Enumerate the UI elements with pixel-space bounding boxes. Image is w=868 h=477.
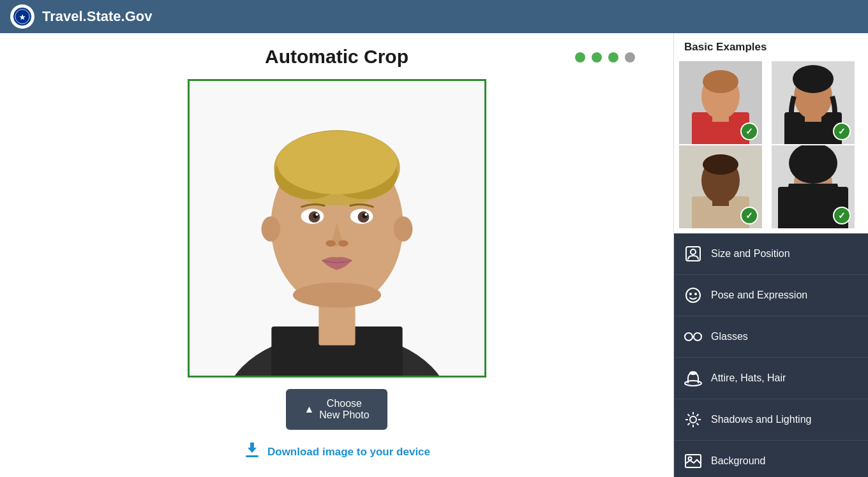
svg-point-23 xyxy=(326,240,336,247)
example-check-1 xyxy=(740,122,758,140)
example-photo-3[interactable] xyxy=(679,145,762,228)
sidebar: Basic Examples xyxy=(673,33,868,477)
download-icon xyxy=(243,441,261,462)
svg-rect-26 xyxy=(246,455,258,457)
svg-point-54 xyxy=(685,381,701,386)
svg-point-66 xyxy=(689,457,692,460)
menu-label-shadows: Shadows and Lighting xyxy=(711,414,811,425)
svg-line-64 xyxy=(688,423,690,425)
header: ★ Travel.State.Gov xyxy=(0,0,868,33)
menu-item-background[interactable]: Background xyxy=(674,441,868,477)
examples-section-title: Basic Examples xyxy=(674,33,868,59)
examples-grid xyxy=(674,59,868,233)
example-check-3 xyxy=(740,207,758,224)
menu-label-pose-expression: Pose and Expression xyxy=(711,290,807,301)
main-layout: Automatic Crop xyxy=(0,33,868,477)
svg-point-24 xyxy=(338,240,348,247)
menu-label-size-position: Size and Position xyxy=(711,248,790,260)
menu-item-pose-expression[interactable]: Pose and Expression xyxy=(674,275,868,316)
menu-item-size-position[interactable]: Size and Position xyxy=(674,233,868,275)
example-photo-2[interactable] xyxy=(772,61,855,144)
svg-point-14 xyxy=(393,216,412,241)
menu-item-shadows[interactable]: Shadows and Lighting xyxy=(674,399,868,441)
main-content: Automatic Crop xyxy=(0,33,673,477)
svg-point-51 xyxy=(694,293,697,295)
menu-label-background: Background xyxy=(711,455,765,467)
svg-point-42 xyxy=(703,154,738,175)
photo-preview xyxy=(188,79,486,378)
svg-point-13 xyxy=(261,216,280,241)
svg-point-48 xyxy=(691,249,696,254)
svg-marker-27 xyxy=(248,443,257,453)
svg-point-37 xyxy=(793,65,834,93)
example-check-4 xyxy=(833,207,851,224)
page-title: Automatic Crop xyxy=(265,46,408,68)
svg-point-53 xyxy=(694,333,701,341)
svg-point-21 xyxy=(315,213,318,216)
example-check-2 xyxy=(833,122,851,140)
svg-line-63 xyxy=(697,415,699,416)
choose-photo-label: ChooseNew Photo xyxy=(319,398,369,421)
menu-label-glasses: Glasses xyxy=(711,331,748,342)
svg-point-49 xyxy=(686,288,700,302)
progress-dot-1 xyxy=(575,52,585,62)
sun-icon xyxy=(684,411,702,429)
svg-point-55 xyxy=(689,371,697,375)
glasses-icon xyxy=(684,328,702,346)
site-logo: ★ xyxy=(10,4,34,29)
progress-dot-4 xyxy=(625,52,635,62)
svg-point-25 xyxy=(292,283,380,307)
face-icon xyxy=(684,286,702,304)
menu-item-glasses[interactable]: Glasses xyxy=(674,316,868,358)
site-title: Travel.State.Gov xyxy=(42,8,152,25)
hat-icon xyxy=(684,369,702,387)
svg-point-22 xyxy=(364,213,367,216)
download-label: Download image to your device xyxy=(267,446,430,459)
image-icon xyxy=(684,452,702,470)
menu-item-attire[interactable]: Attire, Hats, Hair xyxy=(674,358,868,399)
example-photo-4[interactable] xyxy=(772,145,855,228)
menu-label-attire: Attire, Hats, Hair xyxy=(711,372,786,384)
svg-point-50 xyxy=(689,293,692,295)
progress-indicator xyxy=(575,52,635,62)
svg-line-61 xyxy=(688,415,690,416)
upload-icon: ▲ xyxy=(304,404,314,415)
svg-point-12 xyxy=(277,131,397,194)
svg-point-52 xyxy=(685,333,692,341)
svg-text:★: ★ xyxy=(19,13,26,21)
choose-photo-button[interactable]: ▲ ChooseNew Photo xyxy=(286,389,387,430)
svg-point-56 xyxy=(690,416,696,423)
progress-dot-2 xyxy=(592,52,602,62)
person-crop-icon xyxy=(684,245,702,263)
download-link[interactable]: Download image to your device xyxy=(243,441,430,462)
progress-dot-3 xyxy=(608,52,618,62)
example-photo-1[interactable] xyxy=(679,61,762,144)
svg-point-32 xyxy=(703,70,738,93)
svg-line-62 xyxy=(697,423,699,425)
